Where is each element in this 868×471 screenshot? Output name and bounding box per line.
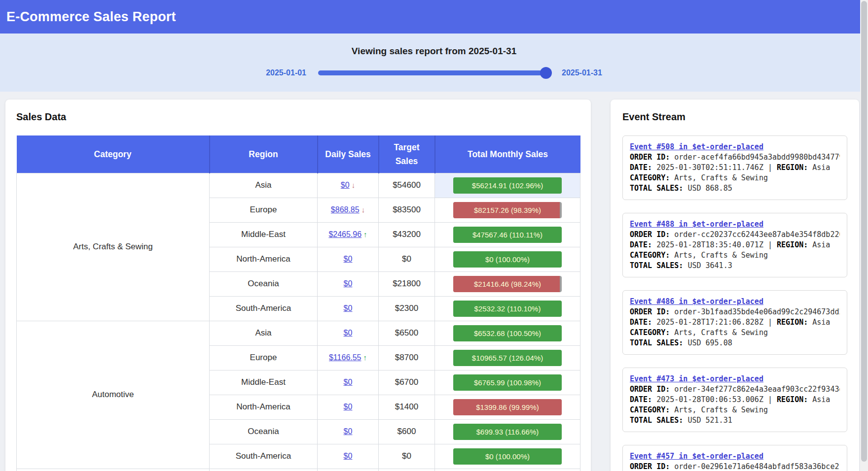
- sales-table-body: Arts, Crafts & SewingAsia$0↓$54600$56214…: [17, 173, 580, 471]
- target-sales-cell: $43200: [379, 222, 435, 247]
- total-monthly-sales-cell: $6532.68 (100.50%): [435, 321, 580, 345]
- monthly-sales-progress-badge: $21416.46 (98.24%): [453, 276, 562, 292]
- column-header-daily-sales: Daily Sales: [318, 135, 379, 173]
- total-monthly-sales-cell: $21416.46 (98.24%): [435, 271, 580, 296]
- date-label: DATE:: [630, 240, 656, 249]
- region-cell: Europe: [210, 198, 318, 222]
- page-title: E-Commerce Sales Report: [6, 9, 176, 25]
- date-value: 2025-01-30T02:51:11.746Z: [656, 163, 768, 172]
- badge-label: $10965.57 (126.04%): [453, 350, 562, 366]
- category-cell: [17, 469, 210, 471]
- daily-sales-cell: $868.85↓: [318, 198, 379, 222]
- region-value: Asia: [812, 318, 830, 327]
- category-value: Arts, Crafts & Sewing: [674, 173, 768, 182]
- event-card: Event #508 in $et-order-placedORDER ID: …: [622, 135, 847, 200]
- target-sales-cell: $8700: [379, 345, 435, 370]
- daily-sales-link[interactable]: $0: [344, 378, 353, 386]
- event-stream-panel: Event Stream Event #508 in $et-order-pla…: [611, 100, 859, 471]
- daily-sales-cell: $0: [318, 321, 379, 345]
- total-sales-label: TOTAL SALES:: [630, 338, 687, 347]
- category-cell: Arts, Crafts & Sewing: [17, 173, 210, 321]
- badge-label: $0 (100.00%): [453, 448, 562, 465]
- scrollbar-thumb[interactable]: [861, 1, 867, 462]
- daily-sales-cell: $0: [318, 444, 379, 469]
- date-label: DATE:: [630, 395, 656, 404]
- main-content: Sales Data Category Region Daily Sales T…: [0, 92, 868, 471]
- order-id-value: order-3b1faad35bde4e06ad99c2c294673dd2: [674, 307, 840, 316]
- app-header: E-Commerce Sales Report: [0, 0, 868, 34]
- daily-sales-link[interactable]: $868.85: [331, 205, 360, 214]
- vertical-scrollbar[interactable]: [860, 0, 868, 471]
- total-monthly-sales-cell: $10965.57 (126.04%): [435, 345, 580, 370]
- daily-sales-link[interactable]: $0: [344, 304, 353, 312]
- trend-down-icon: ↓: [362, 205, 365, 214]
- report-controls: Viewing sales report from 2025-01-31 202…: [0, 34, 868, 92]
- event-total-sales-line: TOTAL SALES: USD 3641.3: [630, 261, 840, 271]
- separator: |: [768, 395, 777, 404]
- daily-sales-link[interactable]: $0: [344, 427, 353, 436]
- monthly-sales-progress-badge: $10965.57 (126.04%): [453, 350, 562, 366]
- badge-label: $0 (100.00%): [453, 251, 562, 268]
- event-card: Event #457 in $et-order-placedORDER ID: …: [622, 445, 847, 471]
- target-sales-cell: $2300: [379, 296, 435, 321]
- region-cell: Europe: [210, 345, 318, 370]
- event-link[interactable]: Event #488 in $et-order-placed: [630, 220, 763, 229]
- total-monthly-sales-cell: $0 (100.00%): [435, 247, 580, 271]
- daily-sales-link[interactable]: $1166.55: [329, 353, 362, 362]
- badge-label: $6532.68 (100.50%): [453, 325, 562, 341]
- daily-sales-link[interactable]: $0: [341, 181, 350, 189]
- daily-sales-link[interactable]: $0: [344, 329, 353, 337]
- badge-label: $47567.46 (110.11%): [453, 227, 562, 243]
- column-header-region: Region: [210, 135, 318, 173]
- monthly-sales-progress-badge: $6532.68 (100.50%): [453, 325, 562, 341]
- total-sales-label: TOTAL SALES:: [630, 184, 687, 193]
- event-date-region-line: DATE: 2025-01-28T17:21:06.828Z | REGION:…: [630, 317, 840, 328]
- daily-sales-cell: [318, 469, 379, 471]
- daily-sales-link[interactable]: $0: [344, 452, 353, 460]
- monthly-sales-progress-badge: $0 (100.00%): [453, 448, 562, 465]
- monthly-sales-progress-badge: $699.93 (116.66%): [453, 424, 562, 440]
- region-cell: [210, 469, 318, 471]
- target-sales-cell: $600: [379, 419, 435, 444]
- category-label: CATEGORY:: [630, 251, 674, 260]
- event-card: Event #488 in $et-order-placedORDER ID: …: [622, 213, 847, 277]
- monthly-sales-progress-badge: $0 (100.00%): [453, 251, 562, 268]
- daily-sales-cell: $0: [318, 247, 379, 271]
- daily-sales-link[interactable]: $0: [344, 403, 353, 411]
- monthly-sales-progress-badge: $82157.26 (98.39%): [453, 202, 562, 218]
- event-order-id-line: ORDER ID: order-3b1faad35bde4e06ad99c2c2…: [630, 307, 840, 317]
- date-slider-track[interactable]: [318, 70, 550, 75]
- total-sales-label: TOTAL SALES:: [630, 416, 687, 425]
- event-stream-heading: Event Stream: [622, 111, 847, 123]
- slider-min-label: 2025-01-01: [266, 68, 306, 77]
- event-total-sales-line: TOTAL SALES: USD 868.85: [630, 183, 840, 194]
- event-total-sales-line: TOTAL SALES: USD 695.08: [630, 338, 840, 348]
- date-slider-row: 2025-01-01 2025-01-31: [0, 68, 868, 77]
- target-sales-cell: $0: [379, 444, 435, 469]
- category-label: CATEGORY:: [630, 405, 674, 414]
- date-slider-thumb[interactable]: [540, 67, 552, 79]
- table-row: Arts, Crafts & SewingAsia$0↓$54600$56214…: [17, 173, 580, 198]
- target-sales-cell: [379, 469, 435, 471]
- daily-sales-link[interactable]: $0: [344, 255, 353, 263]
- event-link[interactable]: Event #457 in $et-order-placed: [630, 452, 763, 461]
- daily-sales-link[interactable]: $2465.96: [328, 230, 362, 238]
- event-title-line: Event #486 in $et-order-placed: [630, 297, 840, 307]
- daily-sales-cell: $0: [318, 395, 379, 419]
- event-link[interactable]: Event #486 in $et-order-placed: [630, 297, 763, 306]
- region-cell: South-America: [210, 296, 318, 321]
- region-label: REGION:: [777, 318, 812, 327]
- daily-sales-link[interactable]: $0: [344, 279, 353, 288]
- event-title-line: Event #488 in $et-order-placed: [630, 219, 840, 230]
- total-monthly-sales-cell: $1399.86 (99.99%): [435, 395, 580, 419]
- daily-sales-cell: $2465.96↑: [318, 222, 379, 247]
- event-link[interactable]: Event #508 in $et-order-placed: [630, 142, 763, 151]
- order-id-label: ORDER ID:: [630, 462, 674, 471]
- event-link[interactable]: Event #473 in $et-order-placed: [630, 374, 763, 383]
- total-monthly-sales-cell: $82157.26 (98.39%): [435, 198, 580, 222]
- total-monthly-sales-cell: $0 (100.00%): [435, 444, 580, 469]
- region-cell: South-America: [210, 444, 318, 469]
- total-monthly-sales-cell: $56214.91 (102.96%): [435, 173, 580, 198]
- event-total-sales-line: TOTAL SALES: USD 521.31: [630, 415, 840, 426]
- target-sales-cell: $0: [379, 247, 435, 271]
